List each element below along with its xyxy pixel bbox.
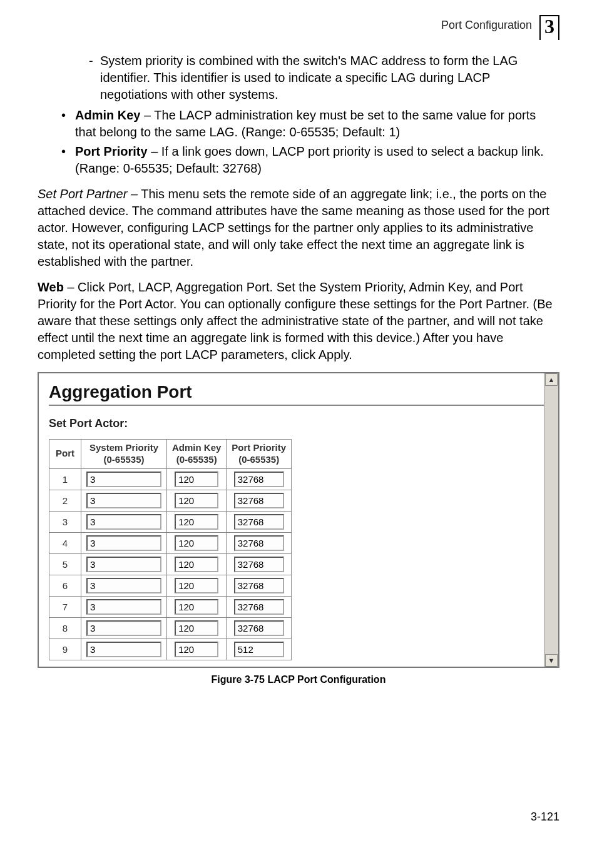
- port-priority-input[interactable]: [234, 599, 284, 615]
- port-priority-input[interactable]: [234, 620, 284, 636]
- admin-key-input[interactable]: [175, 493, 218, 508]
- system-priority-input[interactable]: [86, 620, 161, 636]
- scrollbar[interactable]: ▲ ▼: [544, 373, 558, 667]
- port-number: 9: [49, 638, 81, 660]
- page-number: 3-121: [38, 810, 559, 824]
- system-priority-input[interactable]: [86, 514, 161, 530]
- system-priority-input[interactable]: [86, 472, 161, 487]
- table-row: 4: [49, 532, 292, 553]
- col-system-priority: System Priority (0-65535): [81, 440, 167, 469]
- table-row: 3: [49, 511, 292, 532]
- col-admin-key: Admin Key (0-65535): [167, 440, 227, 469]
- system-priority-input[interactable]: [86, 642, 161, 657]
- admin-key-input[interactable]: [175, 472, 218, 487]
- admin-key-input[interactable]: [175, 514, 218, 530]
- aggregation-port-panel: Aggregation Port Set Port Actor: Port Sy…: [38, 372, 559, 668]
- port-priority-label: Port Priority: [75, 144, 148, 158]
- ports-table: Port System Priority (0-65535) Admin Key…: [49, 439, 292, 660]
- table-row: 5: [49, 553, 292, 575]
- table-row: 9: [49, 638, 292, 660]
- page-title: Port Configuration: [441, 19, 532, 32]
- figure-caption: Figure 3-75 LACP Port Configuration: [38, 674, 559, 685]
- port-priority-input[interactable]: [234, 535, 284, 551]
- panel-divider: [49, 405, 547, 406]
- system-priority-input[interactable]: [86, 535, 161, 551]
- port-number: 8: [49, 617, 81, 638]
- admin-key-input[interactable]: [175, 620, 218, 636]
- port-priority-input[interactable]: [234, 557, 284, 572]
- dash-item-system-priority: System priority is combined with the swi…: [100, 53, 559, 103]
- port-number: 2: [49, 490, 81, 511]
- web-label: Web: [38, 280, 64, 294]
- port-number: 3: [49, 511, 81, 532]
- table-row: 2: [49, 490, 292, 511]
- admin-key-input[interactable]: [175, 535, 218, 551]
- panel-title: Aggregation Port: [49, 382, 547, 402]
- system-priority-input[interactable]: [86, 599, 161, 615]
- port-priority-input[interactable]: [234, 493, 284, 508]
- table-row: 1: [49, 468, 292, 490]
- port-priority-input[interactable]: [234, 472, 284, 487]
- chevron-down-icon: ▼: [548, 657, 555, 664]
- bullet-port-priority: Port Priority – If a link goes down, LAC…: [75, 143, 559, 177]
- set-port-partner-label: Set Port Partner: [38, 187, 127, 201]
- table-row: 8: [49, 617, 292, 638]
- admin-key-label: Admin Key: [75, 108, 140, 122]
- admin-key-text: – The LACP administration key must be se…: [75, 108, 536, 139]
- scroll-up-button[interactable]: ▲: [545, 373, 558, 386]
- table-row: 7: [49, 596, 292, 617]
- admin-key-input[interactable]: [175, 578, 218, 593]
- port-number: 5: [49, 553, 81, 575]
- port-priority-input[interactable]: [234, 578, 284, 593]
- scroll-down-button[interactable]: ▼: [545, 654, 558, 667]
- col-port: Port: [49, 440, 81, 469]
- panel-subhead: Set Port Actor:: [49, 417, 547, 430]
- bullet-admin-key: Admin Key – The LACP administration key …: [75, 107, 559, 141]
- col-port-priority: Port Priority (0-65535): [227, 440, 292, 469]
- system-priority-input[interactable]: [86, 578, 161, 593]
- system-priority-input[interactable]: [86, 493, 161, 508]
- chevron-up-icon: ▲: [548, 376, 555, 383]
- port-priority-input[interactable]: [234, 514, 284, 530]
- admin-key-input[interactable]: [175, 642, 218, 657]
- table-row: 6: [49, 575, 292, 596]
- port-number: 6: [49, 575, 81, 596]
- port-number: 4: [49, 532, 81, 553]
- page-header: Port Configuration 3: [38, 19, 559, 40]
- port-number: 1: [49, 468, 81, 490]
- paragraph-web: Web – Click Port, LACP, Aggregation Port…: [38, 279, 559, 363]
- paragraph-set-port-partner: Set Port Partner – This menu sets the re…: [38, 186, 559, 270]
- web-text: – Click Port, LACP, Aggregation Port. Se…: [38, 280, 553, 361]
- port-priority-input[interactable]: [234, 642, 284, 657]
- system-priority-input[interactable]: [86, 557, 161, 572]
- admin-key-input[interactable]: [175, 599, 218, 615]
- admin-key-input[interactable]: [175, 557, 218, 572]
- chapter-badge: 3: [539, 15, 559, 40]
- port-number: 7: [49, 596, 81, 617]
